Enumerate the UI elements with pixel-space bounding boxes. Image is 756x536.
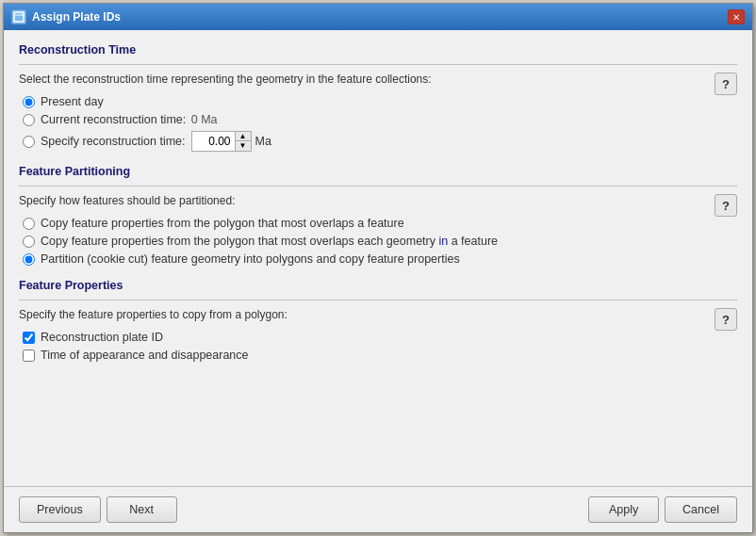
partition-cookie-radio[interactable] [23,253,35,266]
present-day-radio[interactable] [23,96,35,108]
previous-button[interactable]: Previous [19,496,101,523]
specify-recon-radio[interactable] [23,136,35,148]
feature-partitioning-header: Feature Partitioning [19,165,737,180]
next-button[interactable]: Next [107,496,177,523]
content-area: Reconstruction Time Select the reconstru… [4,30,752,486]
close-button[interactable]: ✕ [728,9,745,24]
copy-most-overlaps-radio[interactable] [23,218,35,230]
reconstruction-time-help-button[interactable]: ? [715,73,737,95]
feature-properties-section: Feature Properties Specify the feature p… [19,279,737,362]
section-divider-2 [19,186,737,187]
recon-plate-id-checkbox[interactable] [23,332,35,344]
nav-buttons: Previous Next [19,496,177,523]
section-divider-3 [19,300,737,300]
current-time-value: 0 Ma [191,113,218,126]
current-recon-option: Current reconstruction time: 0 Ma [23,113,737,126]
reconstruction-time-desc: Select the reconstruction time represent… [19,73,432,86]
spinbox-unit: Ma [255,135,271,148]
window-icon [11,9,26,24]
partition-cookie-option: Partition (cookie cut) feature geometry … [23,252,737,266]
feature-partitioning-options: Copy feature properties from the polygon… [23,217,737,266]
present-day-label[interactable]: Present day [41,95,104,108]
reconstruction-time-options: Present day Current reconstruction time:… [23,95,737,152]
reconstruction-time-spinbox: ▲ ▼ [191,131,252,152]
spinbox-input[interactable] [192,132,235,151]
spinbox-up-arrow[interactable]: ▲ [236,132,251,141]
partition-cookie-label[interactable]: Partition (cookie cut) feature geometry … [41,252,460,266]
time-appearance-label[interactable]: Time of appearance and disappearance [41,349,249,362]
copy-each-geom-label[interactable]: Copy feature properties from the polygon… [41,235,498,248]
time-appearance-checkbox[interactable] [23,349,35,362]
specify-recon-label[interactable]: Specify reconstruction time: [41,135,186,148]
cancel-button[interactable]: Cancel [665,496,737,523]
current-recon-radio[interactable] [23,114,35,126]
spinbox-down-arrow[interactable]: ▼ [236,141,251,151]
copy-each-geom-radio[interactable] [23,236,35,248]
feature-properties-help-button[interactable]: ? [715,308,737,331]
feature-properties-header: Feature Properties [19,279,737,294]
title-bar: Assign Plate IDs ✕ [4,4,752,30]
specify-recon-option: Specify reconstruction time: ▲ ▼ Ma [23,131,737,152]
copy-most-overlaps-label[interactable]: Copy feature properties from the polygon… [41,217,404,230]
apply-button[interactable]: Apply [588,496,659,523]
svg-rect-0 [14,12,24,22]
copy-most-overlaps-option: Copy feature properties from the polygon… [23,217,737,230]
feature-partitioning-section: Feature Partitioning Specify how feature… [19,165,737,266]
window-title: Assign Plate IDs [32,10,121,24]
bottom-bar: Previous Next Apply Cancel [4,486,752,532]
recon-plate-id-option: Reconstruction plate ID [23,331,737,344]
copy-each-geom-option: Copy feature properties from the polygon… [23,235,737,248]
action-buttons: Apply Cancel [588,496,737,523]
current-recon-label[interactable]: Current reconstruction time: 0 Ma [41,113,218,126]
recon-plate-id-label[interactable]: Reconstruction plate ID [41,331,163,344]
feature-properties-options: Reconstruction plate ID Time of appearan… [23,331,737,362]
reconstruction-time-section: Reconstruction Time Select the reconstru… [19,43,737,152]
present-day-option: Present day [23,95,737,108]
feature-partitioning-desc: Specify how features should be partition… [19,194,235,207]
feature-partitioning-help-button[interactable]: ? [715,194,737,217]
feature-properties-desc: Specify the feature properties to copy f… [19,308,288,321]
reconstruction-time-header: Reconstruction Time [19,43,737,58]
section-divider-1 [19,64,737,65]
main-window: Assign Plate IDs ✕ Reconstruction Time S… [3,3,753,533]
time-appearance-option: Time of appearance and disappearance [23,349,737,362]
